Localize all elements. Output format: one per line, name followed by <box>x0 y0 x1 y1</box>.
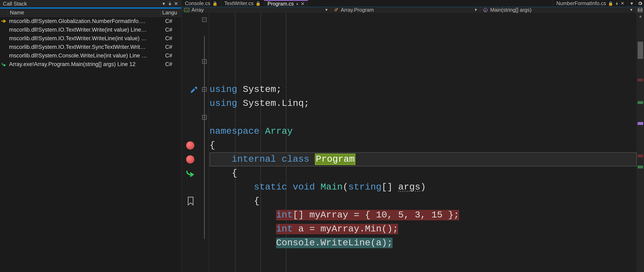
tab-numberformatinfo[interactable]: NumberFormatInfo.cs 🔒 ✕ <box>553 0 628 7</box>
call-stack-frame[interactable]: mscorlib.dll!System.Globalization.Number… <box>0 17 181 25</box>
current-statement-icon <box>186 169 195 177</box>
svg-rect-4 <box>638 8 642 10</box>
bookmark-icon[interactable] <box>186 196 195 206</box>
code-line[interactable] <box>210 264 636 272</box>
column-language[interactable]: Langu <box>161 9 181 16</box>
frame-indicator-icon <box>0 62 8 66</box>
code-line[interactable]: internal class Program <box>210 152 636 166</box>
tab-consolecs[interactable]: Console.cs🔒 <box>182 0 221 7</box>
scroll-overview-mark <box>638 165 643 168</box>
nav-scope[interactable]: C# Array ▼ <box>182 7 331 13</box>
lock-icon: 🔒 <box>212 1 218 6</box>
frame-language: C# <box>164 35 181 42</box>
frame-text: mscorlib.dll!System.IO.TextWriter.Write(… <box>8 27 164 33</box>
chevron-down-icon: ▼ <box>630 8 633 12</box>
scroll-up-icon[interactable]: ▴ <box>637 13 644 19</box>
scroll-overview-mark <box>638 122 643 125</box>
code-line[interactable]: using System.Linq; <box>210 97 636 111</box>
pin-icon[interactable] <box>615 2 618 5</box>
code-line[interactable]: { <box>210 194 636 208</box>
call-stack-rows: mscorlib.dll!System.Globalization.Number… <box>0 17 181 272</box>
frame-text: mscorlib.dll!System.IO.TextWriter.WriteL… <box>8 35 164 42</box>
call-stack-title: Call Stack <box>3 0 161 7</box>
tab-overflow-icon[interactable]: ▾ <box>628 0 636 7</box>
call-stack-panel: Call Stack ▾ ✕ Name Langu mscorlib.dll!S… <box>0 0 182 272</box>
call-stack-frame[interactable]: mscorlib.dll!System.IO.TextWriter.WriteL… <box>0 34 181 43</box>
call-stack-frame[interactable]: mscorlib.dll!System.IO.TextWriter.Write(… <box>0 25 181 34</box>
nav-bar: C# Array ▼ Array.Program ▼ Main(string[]… <box>182 7 644 13</box>
tabs-spacer <box>308 0 553 7</box>
code-line[interactable]: Console.WriteLine(a); <box>210 236 636 250</box>
column-grip[interactable] <box>0 9 8 17</box>
breakpoint-margin[interactable] <box>182 13 200 272</box>
frame-text: mscorlib.dll!System.IO.TextWriter.SyncTe… <box>8 44 164 50</box>
tab-label: Program.cs <box>268 1 294 7</box>
breakpoint-icon[interactable] <box>186 155 194 163</box>
tab-label: TextWriter.cs <box>224 0 254 6</box>
settings-gear-icon[interactable] <box>636 0 644 7</box>
code-editor[interactable]: −−−− using System;using System.Linq; nam… <box>182 13 644 272</box>
tab-programcs[interactable]: Program.cs✕ <box>264 0 308 7</box>
code-line[interactable]: int a = myArray.Min(); <box>210 222 636 236</box>
frame-text: Array.exe!Array.Program.Main(string[] ar… <box>8 61 164 67</box>
nav-member[interactable]: Main(string[] args) ▼ <box>480 7 636 13</box>
method-icon <box>483 8 488 12</box>
svg-text:C#: C# <box>185 9 188 12</box>
chevron-down-icon: ▼ <box>474 8 478 12</box>
frame-language: C# <box>164 18 181 24</box>
code-line[interactable]: namespace Array <box>210 125 636 138</box>
breakpoint-icon[interactable] <box>186 141 194 149</box>
frame-language: C# <box>164 44 181 50</box>
close-icon[interactable]: ✕ <box>301 1 304 6</box>
call-stack-header: Call Stack ▾ ✕ <box>0 0 181 9</box>
frame-language: C# <box>164 61 181 67</box>
tab-textwritercs[interactable]: TextWriter.cs🔒 <box>221 0 264 7</box>
window-menu-icon[interactable]: ▾ <box>161 0 167 7</box>
fold-toggle-icon[interactable]: − <box>202 17 207 22</box>
code-line[interactable]: static void Main(string[] args) <box>210 180 636 194</box>
lock-icon: 🔒 <box>608 1 613 6</box>
frame-text: mscorlib.dll!System.Globalization.Number… <box>8 18 164 24</box>
svg-rect-5 <box>638 10 642 12</box>
nav-class[interactable]: Array.Program ▼ <box>331 7 480 13</box>
tab-label: NumberFormatInfo.cs <box>556 0 606 6</box>
code-line[interactable] <box>210 250 636 264</box>
frame-language: C# <box>164 27 181 33</box>
code-line[interactable]: int[] myArray = { 10, 5, 3, 15 }; <box>210 208 636 222</box>
code-line[interactable]: using System; <box>210 83 636 97</box>
class-icon <box>334 8 339 12</box>
quick-actions-icon[interactable] <box>190 85 199 94</box>
frame-text: mscorlib.dll!System.Console.WriteLine(in… <box>8 52 164 59</box>
close-icon[interactable]: ✕ <box>620 1 624 6</box>
code-line[interactable]: { <box>210 138 636 152</box>
scroll-overview-mark <box>638 154 643 157</box>
scroll-overview-mark <box>638 79 643 81</box>
scroll-overview-mark <box>638 101 643 104</box>
lock-icon: 🔒 <box>256 1 261 6</box>
nav-class-label: Array.Program <box>341 7 374 13</box>
call-stack-frame[interactable]: mscorlib.dll!System.Console.WriteLine(in… <box>0 51 181 60</box>
call-stack-frame[interactable]: Array.exe!Array.Program.Main(string[] ar… <box>0 60 181 69</box>
svg-point-2 <box>337 8 338 9</box>
scroll-overview-mark <box>638 42 643 59</box>
code-line[interactable]: { <box>210 166 636 180</box>
frame-language: C# <box>164 52 181 59</box>
pin-icon[interactable] <box>167 0 173 7</box>
vertical-scrollbar[interactable]: ▴ <box>636 13 644 272</box>
outline-margin[interactable]: −−−− <box>200 13 209 272</box>
close-icon[interactable]: ✕ <box>173 0 179 7</box>
code-text[interactable]: using System;using System.Linq; namespac… <box>209 13 636 272</box>
pin-icon[interactable] <box>296 2 299 6</box>
editor-tabs: Console.cs🔒TextWriter.cs🔒Program.cs✕ Num… <box>182 0 644 7</box>
code-line[interactable] <box>210 111 636 125</box>
frame-indicator-icon <box>0 19 8 23</box>
nav-scope-label: Array <box>192 7 204 13</box>
split-editor-icon[interactable] <box>636 7 644 13</box>
call-stack-columns: Name Langu <box>0 9 181 17</box>
chevron-down-icon: ▼ <box>324 8 328 12</box>
csharp-project-icon: C# <box>184 8 190 12</box>
column-name[interactable]: Name <box>8 9 161 16</box>
tab-label: Console.cs <box>185 0 210 6</box>
call-stack-frame[interactable]: mscorlib.dll!System.IO.TextWriter.SyncTe… <box>0 43 181 51</box>
nav-member-label: Main(string[] args) <box>490 7 532 13</box>
